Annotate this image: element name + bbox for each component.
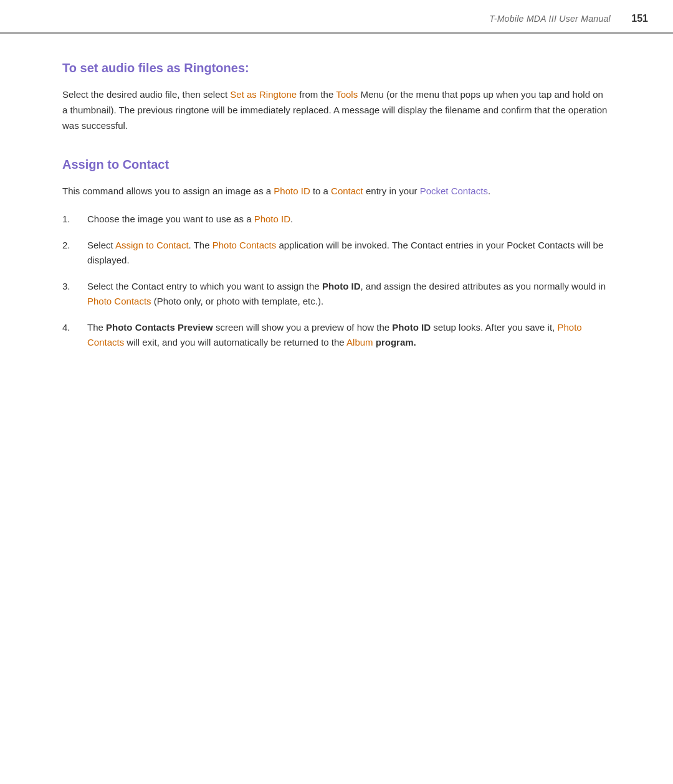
highlight-assign-to-contact: Assign to Contact xyxy=(115,240,189,250)
highlight-set-as-ringtone: Set as Ringtone xyxy=(230,89,297,100)
step-3: 3. Select the Contact entry to which you… xyxy=(81,279,611,309)
step-4-number: 4. xyxy=(62,320,70,335)
section-ringtones-body: Select the desired audio file, then sele… xyxy=(62,87,611,133)
highlight-photo-contacts-step3: Photo Contacts xyxy=(87,296,151,306)
section-assign-contact-title: Assign to Contact xyxy=(62,155,611,174)
step-3-number: 3. xyxy=(62,279,70,294)
page-number: 151 xyxy=(623,11,648,26)
step-2-text: Select Assign to Contact. The Photo Cont… xyxy=(87,240,603,265)
step-1-number: 1. xyxy=(62,212,70,227)
highlight-photo-contacts-step2: Photo Contacts xyxy=(212,240,277,250)
page-content: To set audio files as Ringtones: Select … xyxy=(0,34,673,397)
step-1: 1. Choose the image you want to use as a… xyxy=(81,212,611,227)
step-4-program-bold: program. xyxy=(376,337,416,347)
highlight-contact-intro: Contact xyxy=(331,186,363,196)
highlight-photo-contacts-preview: Photo Contacts Preview xyxy=(106,322,213,333)
step-3-text: Select the Contact entry to which you wa… xyxy=(87,281,606,306)
section-assign-contact: Assign to Contact This command allows yo… xyxy=(62,155,611,350)
highlight-photo-id-step3: Photo ID xyxy=(322,281,361,291)
step-2-number: 2. xyxy=(62,238,70,253)
highlight-photo-id-intro: Photo ID xyxy=(274,186,310,196)
highlight-photo-id-step1: Photo ID xyxy=(254,214,290,224)
step-1-text: Choose the image you want to use as a Ph… xyxy=(87,214,293,224)
steps-list: 1. Choose the image you want to use as a… xyxy=(62,212,611,350)
step-2: 2. Select Assign to Contact. The Photo C… xyxy=(81,238,611,268)
step-4: 4. The Photo Contacts Preview screen wil… xyxy=(81,320,611,350)
page-header: T-Mobile MDA III User Manual 151 xyxy=(0,0,673,34)
highlight-pocket-contacts: Pocket Contacts xyxy=(420,186,488,196)
highlight-album: Album xyxy=(346,337,373,347)
section-ringtones-title: To set audio files as Ringtones: xyxy=(62,59,611,77)
section-assign-contact-intro: This command allows you to assign an ima… xyxy=(62,184,611,199)
header-title: T-Mobile MDA III User Manual xyxy=(25,12,623,26)
section-ringtones: To set audio files as Ringtones: Select … xyxy=(62,59,611,133)
highlight-tools: Tools xyxy=(336,89,358,100)
step-4-text: The Photo Contacts Preview screen will s… xyxy=(87,322,582,347)
highlight-photo-id-step4: Photo ID xyxy=(392,322,431,333)
